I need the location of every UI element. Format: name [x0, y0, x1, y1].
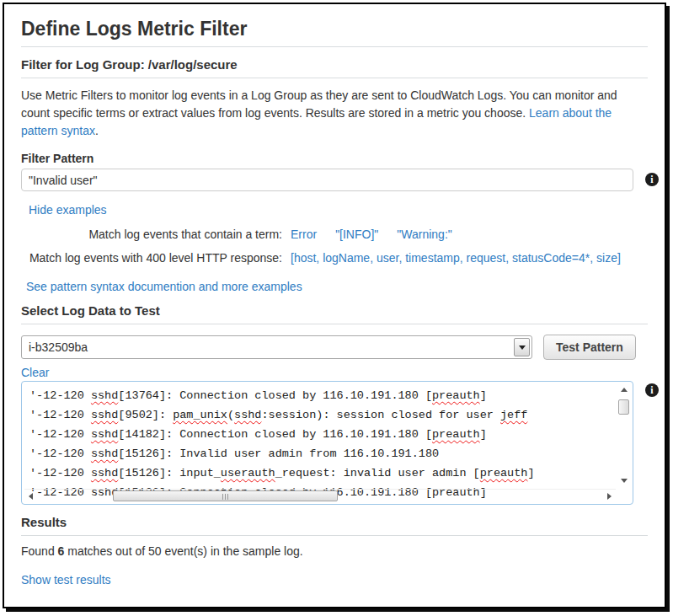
intro-period: . [95, 124, 99, 137]
dialog-frame: Define Logs Metric Filter Filter for Log… [3, 3, 666, 608]
vertical-scroll-thumb[interactable] [618, 399, 629, 415]
filter-pattern-label: Filter Pattern [21, 152, 648, 165]
example-row: Match log events with 400 level HTTP res… [21, 250, 648, 266]
divider [21, 78, 648, 78]
log-line: '-12-120 sshd[14182]: Connection closed … [29, 425, 611, 444]
log-stream-select[interactable]: i-b32509ba [21, 335, 532, 359]
info-icon[interactable]: i [645, 173, 659, 186]
hide-examples-link[interactable]: Hide examples [29, 203, 107, 217]
chevron-down-icon [519, 345, 526, 350]
show-test-results-link[interactable]: Show test results [21, 573, 111, 587]
page-title: Define Logs Metric Filter [21, 18, 648, 40]
info-icon[interactable]: i [645, 383, 659, 397]
divider [21, 46, 648, 47]
intro-body: Use Metric Filters to monitor log events… [21, 88, 617, 120]
example-pattern-link[interactable]: "[INFO]" [335, 228, 378, 241]
example-rows: Match log events that contain a term:Err… [21, 227, 648, 266]
select-dropdown-button[interactable] [514, 338, 530, 356]
test-pattern-button[interactable]: Test Pattern [543, 335, 636, 360]
log-group-subtitle: Filter for Log Group: /var/log/secure [21, 57, 648, 72]
sample-log-textarea[interactable]: '-12-120 sshd[13764]: Connection closed … [21, 381, 633, 505]
log-lines: '-12-120 sshd[13764]: Connection closed … [29, 386, 611, 502]
log-line: '-12-120 sshd[15126]: Invalid user admin… [29, 444, 611, 463]
example-pattern-link[interactable]: Error [291, 228, 317, 241]
example-pattern-link[interactable]: [host, logName, user, timestamp, request… [291, 251, 621, 265]
divider [21, 535, 648, 536]
pattern-docs-link[interactable]: See pattern syntax documention and more … [26, 280, 302, 293]
log-line: '-12-120 sshd[15126]: input_userauth_req… [29, 463, 611, 483]
clear-link[interactable]: Clear [21, 366, 49, 379]
intro-text: Use Metric Filters to monitor log events… [21, 87, 648, 140]
select-log-data-heading: Select Log Data to Test [21, 303, 648, 318]
results-summary: Found 6 matches out of 50 event(s) in th… [21, 544, 648, 558]
log-stream-selected-value: i-b32509ba [29, 340, 88, 354]
results-heading: Results [21, 515, 648, 529]
divider [21, 324, 648, 324]
log-line: '-12-120 sshd[9502]: pam_unix(sshd:sessi… [29, 405, 611, 425]
example-label: Match log events with 400 level HTTP res… [21, 250, 282, 266]
example-pattern-link[interactable]: "Warning:" [397, 228, 451, 241]
scroll-left-icon[interactable] [24, 490, 37, 502]
example-row: Match log events that contain a term:Err… [21, 227, 648, 243]
horizontal-scrollbar[interactable] [24, 489, 616, 501]
example-label: Match log events that contain a term: [21, 227, 282, 243]
scroll-down-icon[interactable] [617, 474, 630, 487]
vertical-scrollbar[interactable] [617, 383, 630, 487]
log-line: '-12-120 sshd[13764]: Connection closed … [29, 386, 611, 405]
scroll-right-icon[interactable] [603, 490, 616, 502]
scroll-up-icon[interactable] [617, 383, 630, 396]
horizontal-scroll-thumb[interactable] [113, 490, 338, 501]
filter-pattern-input[interactable] [21, 169, 633, 191]
